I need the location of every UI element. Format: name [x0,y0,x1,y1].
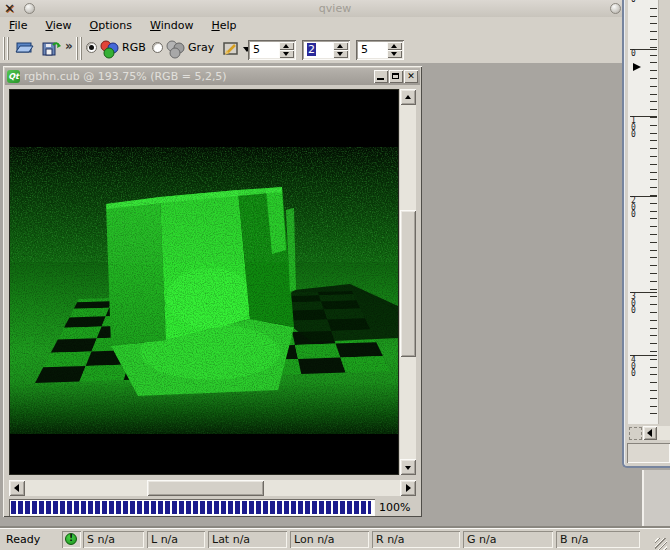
horizontal-scrollbar[interactable] [9,480,416,496]
red-band-spinbox[interactable]: 5 [248,40,296,60]
ruler-label: 0 [631,50,637,57]
menu-help[interactable]: Help [202,18,245,33]
spin-down-button[interactable] [387,50,402,58]
spin-up-button[interactable] [333,42,348,50]
spin-up-button[interactable] [387,42,402,50]
ruler-label: 100 [631,117,637,138]
band-selection-button[interactable] [218,35,252,60]
status-lon: Lon n/a [290,531,369,548]
ruler-window-body: 0 0 100 200 300 400 [622,0,670,468]
blue-band-spinbox[interactable]: 5 [356,40,404,60]
save-icon [40,37,61,58]
green-band-spinbox[interactable]: 2 [302,40,350,60]
status-sample: S n/a [83,531,144,548]
quickmask-toggle[interactable] [629,427,642,440]
rgb-label: RGB [122,41,146,54]
gray-spheres-icon [165,39,185,59]
gray-radio[interactable] [152,42,163,53]
minimize-button[interactable] [374,70,388,83]
titlebar-right-button[interactable] [610,3,621,14]
alert-panel[interactable]: ! [62,531,81,548]
alert-icon: ! [65,533,77,545]
statusbar: Ready ! S n/a L n/a Lat n/a Lon n/a R n/… [0,528,670,550]
titlebar[interactable]: ✕ qview [0,0,670,18]
ruler-label: 200 [631,197,637,218]
qview-main-window: ✕ qview File View Options Window Help [0,0,670,550]
blue-band-value: 5 [361,43,368,56]
image-canvas[interactable] [9,89,399,475]
maximize-icon [392,73,399,79]
open-folder-icon [14,37,35,58]
vertical-scrollbar[interactable] [400,89,416,475]
ruler-scroll-track[interactable] [657,426,670,440]
toolbar-handle[interactable] [3,37,9,60]
ruler-label: 0 [631,0,637,3]
menu-options[interactable]: Options [81,18,141,33]
red-band-value: 5 [253,43,260,56]
save-button[interactable] [38,35,63,60]
menu-file[interactable]: File [0,18,36,33]
overlapping-ruler-window: 0 0 100 200 300 400 [622,0,670,527]
scroll-left-button[interactable] [9,480,25,496]
scroll-down-button[interactable] [400,459,416,475]
menu-view[interactable]: View [36,18,80,33]
close-button[interactable]: ✕ [404,70,418,83]
green-band-value: 2 [307,43,316,56]
scroll-right-button[interactable] [400,480,416,496]
rgb-spheres-icon [99,39,119,59]
progress-bar [9,499,375,516]
qt-icon: Qt [7,70,20,83]
cube-viewer-window: Qt rgbhn.cub @ 193.75% (RGB = 5,2,5) ✕ [3,66,422,517]
vertical-scroll-thumb[interactable] [400,210,416,357]
ruler-minor-ticks [650,1,657,421]
ruler-scroll-left-button[interactable] [643,426,657,440]
status-ready: Ready [6,533,40,546]
spin-up-button[interactable] [279,42,294,50]
spin-down-button[interactable] [333,50,348,58]
status-line: L n/a [147,531,205,548]
window-fragment [642,470,670,527]
resize-grip[interactable] [655,538,667,550]
window-title: qview [0,2,670,15]
progress-fill [11,501,371,514]
open-file-button[interactable] [12,35,37,60]
scroll-up-button[interactable] [400,89,416,105]
gray-label: Gray [188,41,214,54]
toolbar-extension-chevron[interactable]: » [65,39,73,53]
child-titlebar[interactable]: Qt rgbhn.cub @ 193.75% (RGB = 5,2,5) ✕ [5,68,420,85]
status-blue: B n/a [556,531,640,548]
spin-down-button[interactable] [279,50,294,58]
maximize-button[interactable] [389,70,403,83]
menubar: File View Options Window Help [0,17,670,34]
ruler-status-field [627,443,670,463]
child-window-title: rgbhn.cub @ 193.75% (RGB = 5,2,5) [24,70,373,83]
cube-scene [10,90,398,474]
band-link-icon [220,37,242,58]
ruler-position-marker-icon [633,63,641,71]
ruler-label: 400 [631,356,637,377]
close-icon: ✕ [404,70,418,83]
menu-window[interactable]: Window [141,18,202,33]
minimize-icon [377,78,384,80]
progress-percent-label: 100% [379,501,410,514]
rgb-radio[interactable] [86,42,97,53]
status-red: R n/a [372,531,460,548]
status-lat: Lat n/a [208,531,287,548]
toolbar-handle-2[interactable] [76,37,82,60]
ruler-label: 300 [631,293,637,314]
toolbar: » RGB Gray 5 [0,34,670,64]
status-green: G n/a [463,531,553,548]
horizontal-scroll-thumb[interactable] [147,480,264,496]
